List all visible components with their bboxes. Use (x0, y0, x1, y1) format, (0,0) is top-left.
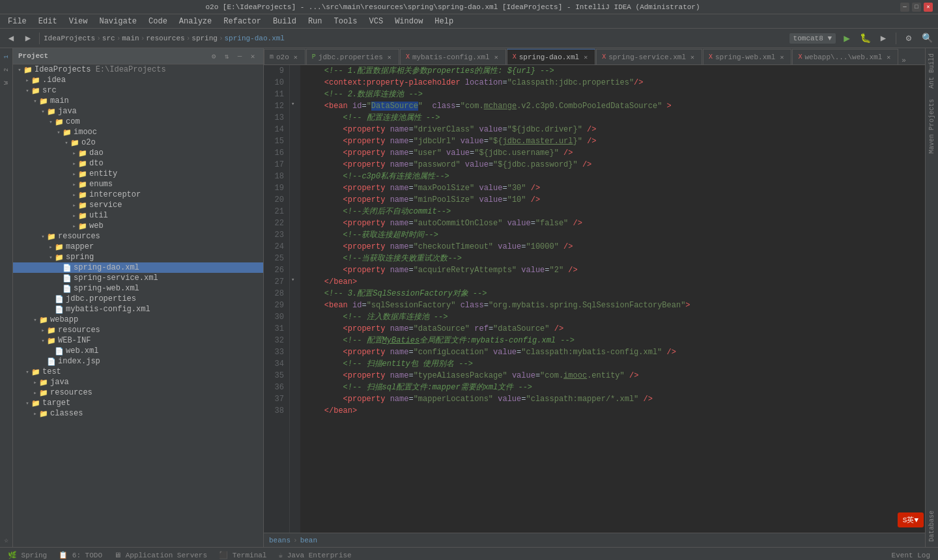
tree-item-spring-web[interactable]: 📄 spring-web.xml (13, 283, 263, 294)
tree-arrow-main[interactable]: ▾ (31, 98, 39, 105)
tree-arrow-enums[interactable]: ▸ (70, 181, 78, 188)
tree-arrow-target[interactable]: ▾ (23, 400, 31, 407)
menu-window[interactable]: Window (390, 16, 428, 27)
fold-marker-12[interactable]: ▾ (291, 100, 299, 108)
tree-item-classes[interactable]: ▸ 📁 classes (13, 408, 263, 419)
tree-item-test[interactable]: ▾ 📁 test (13, 367, 263, 377)
debug-button[interactable]: 🐛 (858, 31, 872, 46)
right-tab-ant[interactable]: Ant Build (927, 48, 937, 94)
tree-item-enums[interactable]: ▸ 📁 enums (13, 179, 263, 189)
tree-item-mapper[interactable]: ▸ 📁 mapper (13, 242, 263, 252)
tree-item-idea[interactable]: ▸ 📁 .idea (13, 75, 263, 85)
btab-event-log[interactable]: Event Log (887, 550, 935, 561)
tree-item-test-resources[interactable]: ▸ 📁 resources (13, 387, 263, 398)
btab-todo[interactable]: 📋 6: TODO (53, 550, 107, 560)
tree-arrow-webinf[interactable]: ▾ (39, 337, 47, 344)
tree-arrow-util[interactable]: ▸ (70, 212, 78, 219)
right-tab-database[interactable]: Database (927, 505, 937, 547)
search-everywhere-button[interactable]: 🔍 (920, 31, 934, 46)
settings-button[interactable]: ⚙ (902, 31, 916, 46)
tree-arrow-resources[interactable]: ▾ (39, 233, 47, 240)
tree-item-service[interactable]: ▸ 📁 service (13, 200, 263, 210)
tab-spring-dao[interactable]: X spring-dao.xml ✕ (507, 49, 595, 64)
tree-item-webxml[interactable]: 📄 web.xml (13, 346, 263, 356)
menu-help[interactable]: Help (429, 16, 459, 27)
tree-arrow-dao[interactable]: ▸ (70, 150, 78, 157)
tree-arrow-interceptor[interactable]: ▸ (70, 191, 78, 199)
btab-terminal[interactable]: ⬛ Terminal (214, 550, 272, 560)
tree-item-entity[interactable]: ▸ 📁 entity (13, 169, 263, 179)
tree-item-main[interactable]: ▾ 📁 main (13, 96, 263, 106)
tree-item-ideaprojects[interactable]: ▾ 📁 IdeaProjects E:\IdeaProjects (13, 64, 263, 75)
tree-arrow-ideaprojects[interactable]: ▾ (16, 66, 23, 74)
tree-item-mybatis[interactable]: 📄 mybatis-config.xml (13, 304, 263, 315)
tree-item-src[interactable]: ▾ 📁 src (13, 85, 263, 96)
menu-tools[interactable]: Tools (329, 16, 363, 27)
project-gear-button[interactable]: ⚙ (208, 51, 219, 61)
tree-arrow-webapp-resources[interactable]: ▸ (39, 327, 47, 334)
tree-item-util[interactable]: ▸ 📁 util (13, 210, 263, 221)
tree-arrow-idea[interactable]: ▸ (23, 77, 31, 84)
project-icon[interactable]: 1 (1, 51, 12, 63)
tree-arrow-spring-folder[interactable]: ▾ (47, 254, 55, 261)
tree-item-spring-dao[interactable]: ▸ 📄 spring-dao.xml (13, 262, 263, 273)
btab-spring[interactable]: 🌿 Spring (3, 550, 52, 560)
tree-arrow-java[interactable]: ▾ (39, 108, 47, 115)
menu-refactor[interactable]: Refactor (218, 16, 266, 27)
tree-item-o2o[interactable]: ▾ 📁 o2o (13, 137, 263, 148)
bc-spring[interactable]: spring (192, 35, 218, 42)
menu-file[interactable]: File (3, 16, 32, 27)
tab-close-mybatis[interactable]: ✕ (492, 53, 500, 61)
tree-item-webapp-resources[interactable]: ▸ 📁 resources (13, 325, 263, 335)
tree-arrow-entity[interactable]: ▸ (70, 171, 78, 178)
favorites-icon[interactable]: ☆ (1, 534, 12, 546)
tree-item-target[interactable]: ▾ 📁 target (13, 398, 263, 408)
tree-item-jdbc[interactable]: 📄 jdbc.properties (13, 294, 263, 304)
minimize-button[interactable]: ─ (900, 3, 909, 12)
tree-item-spring-service[interactable]: 📄 spring-service.xml (13, 273, 263, 283)
tab-close-spring-web[interactable]: ✕ (778, 53, 786, 61)
tomcat-selector[interactable]: tomcat8 ▼ (789, 33, 836, 44)
forward-button[interactable]: ▶ (21, 31, 35, 46)
tree-item-web[interactable]: ▸ 📁 web (13, 221, 263, 231)
bc-main[interactable]: main (122, 35, 139, 42)
tab-jdbc-prop[interactable]: P jdbc.properties ✕ (306, 49, 399, 64)
menu-vcs[interactable]: VCS (364, 16, 389, 27)
tree-arrow-imooc[interactable]: ▾ (55, 129, 63, 136)
menu-run[interactable]: Run (303, 16, 328, 27)
tree-item-imooc[interactable]: ▾ 📁 imooc (13, 127, 263, 137)
breadcrumb-beans[interactable]: beans (269, 537, 291, 544)
tab-m-o2o[interactable]: m o2o ✕ (264, 49, 306, 64)
tree-arrow-test[interactable]: ▾ (23, 369, 31, 376)
btab-appservers[interactable]: 🖥 Application Servers (109, 550, 212, 560)
sougou-panel[interactable]: S英▼ (898, 512, 924, 527)
project-expand-button[interactable]: ⇅ (221, 51, 232, 61)
tab-close-m-o2o[interactable]: ✕ (292, 53, 300, 61)
tree-item-indexjsp[interactable]: 📄 index.jsp (13, 356, 263, 367)
tree-arrow-web[interactable]: ▸ (70, 223, 78, 230)
tree-item-webapp[interactable]: ▾ 📁 webapp (13, 315, 263, 325)
close-button[interactable]: ✕ (924, 3, 933, 12)
bc-src[interactable]: src (102, 35, 115, 42)
breadcrumb-bean[interactable]: bean (300, 537, 317, 544)
tab-spring-service[interactable]: X spring-service.xml ✕ (596, 49, 702, 64)
bc-spring-dao[interactable]: spring-dao.xml (225, 35, 285, 42)
tree-arrow-src[interactable]: ▾ (23, 87, 31, 94)
project-close-button[interactable]: ✕ (248, 51, 258, 61)
bc-resources[interactable]: resources (146, 35, 184, 42)
right-tab-maven[interactable]: Maven Projects (927, 94, 937, 159)
tab-close-jdbc[interactable]: ✕ (386, 53, 393, 61)
tree-arrow-o2o[interactable]: ▾ (63, 139, 70, 147)
tree-arrow-dto[interactable]: ▸ (70, 160, 78, 167)
tree-arrow-classes[interactable]: ▸ (31, 410, 39, 417)
code-content[interactable]: <!-- 1.配置数据库相关参数properties的属性: ${url} --… (300, 65, 925, 533)
tree-item-java[interactable]: ▾ 📁 java (13, 106, 263, 117)
tab-overflow[interactable]: » (899, 57, 909, 64)
tree-arrow-com[interactable]: ▾ (47, 119, 55, 126)
tree-arrow-service[interactable]: ▸ (70, 202, 78, 209)
tree-item-resources[interactable]: ▾ 📁 resources (13, 231, 263, 242)
tab-webapp-web[interactable]: X webapp\...\web.xml ✕ (792, 49, 898, 64)
tree-item-webinf[interactable]: ▾ 📁 WEB-INF (13, 335, 263, 346)
tree-arrow-test-java[interactable]: ▸ (31, 379, 39, 386)
tree-item-interceptor[interactable]: ▸ 📁 interceptor (13, 189, 263, 200)
